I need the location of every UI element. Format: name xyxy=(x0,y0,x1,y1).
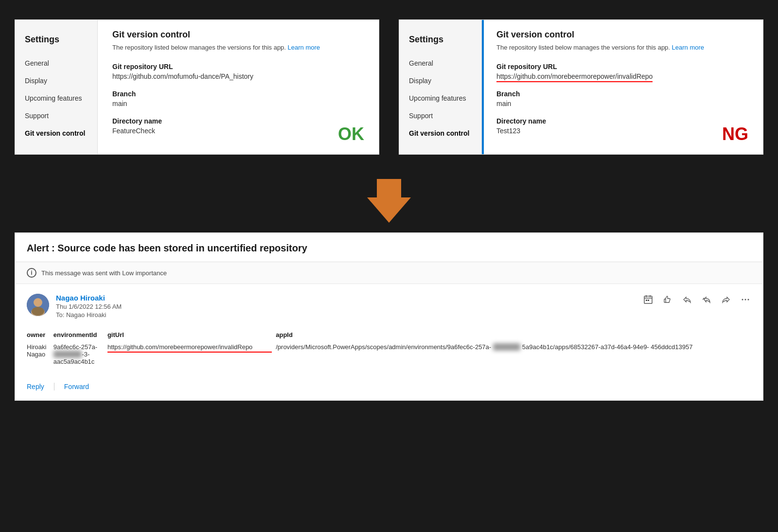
right-field-value-0: https://github.com/morebeermorepower/inv… xyxy=(496,72,748,80)
arrow-section xyxy=(0,169,778,232)
right-field-label-1: Branch xyxy=(496,90,748,98)
col-git-url: gitUrl xyxy=(107,328,276,341)
left-panel-content: Git version control The repository liste… xyxy=(98,20,379,154)
right-field-label-2: Directory name xyxy=(496,117,748,125)
sidebar-item-support-right[interactable]: Support xyxy=(399,107,481,124)
left-field-value-2: FeatureCheck xyxy=(112,127,364,135)
left-git-subtitle: The repository listed below manages the … xyxy=(112,44,364,51)
table-row: Hiroaki Nagao 9a6fec6c-257a- 4f99-b3d2-3… xyxy=(27,341,751,367)
svg-point-15 xyxy=(745,299,746,301)
col-owner: owner xyxy=(27,328,53,341)
left-learn-more-link[interactable]: Learn more xyxy=(288,44,320,51)
svg-rect-9 xyxy=(646,300,647,301)
sidebar-item-upcoming-left[interactable]: Upcoming features xyxy=(15,89,97,107)
left-field-label-2: Directory name xyxy=(112,117,364,125)
svg-point-3 xyxy=(34,299,42,306)
sender-date: Thu 1/6/2022 12:56 AM xyxy=(56,303,122,310)
right-panel-content: Git version control The repository liste… xyxy=(482,20,763,154)
left-field-label-1: Branch xyxy=(112,90,364,98)
importance-text: This message was sent with Low importanc… xyxy=(41,269,167,277)
email-section: Alert : Source code has been stored in u… xyxy=(15,232,763,401)
cell-owner: Hiroaki Nagao xyxy=(27,341,53,367)
email-subject: Alert : Source code has been stored in u… xyxy=(15,233,763,262)
svg-point-16 xyxy=(748,299,749,301)
footer-divider xyxy=(54,383,54,390)
left-git-title: Git version control xyxy=(112,30,364,40)
right-sidebar: Settings General Display Upcoming featur… xyxy=(399,20,482,154)
left-field-value-0: https://github.com/mofumofu-dance/PA_his… xyxy=(112,72,364,80)
svg-point-4 xyxy=(32,307,44,316)
ng-label: NG xyxy=(722,124,748,144)
sidebar-item-general-left[interactable]: General xyxy=(15,54,97,72)
sender-name: Nagao Hiroaki xyxy=(56,294,122,302)
sender-info: Nagao Hiroaki Thu 1/6/2022 12:56 AM To: … xyxy=(27,294,122,319)
invalid-url: https://github.com/morebeermorepower/inv… xyxy=(496,72,653,82)
left-sidebar: Settings General Display Upcoming featur… xyxy=(15,20,98,154)
sidebar-item-upcoming-right[interactable]: Upcoming features xyxy=(399,89,481,107)
sidebar-item-support-left[interactable]: Support xyxy=(15,107,97,124)
ok-label: OK xyxy=(338,124,364,144)
email-table: owner environmentId gitUrl appId Hiroaki… xyxy=(27,328,751,367)
left-sidebar-title: Settings xyxy=(15,30,97,54)
email-footer: Reply Forward xyxy=(27,377,751,390)
calendar-icon[interactable] xyxy=(642,294,654,305)
reply-link[interactable]: Reply xyxy=(27,383,44,390)
forward-icon[interactable] xyxy=(720,294,732,305)
right-sidebar-title: Settings xyxy=(399,30,481,54)
right-panel: Settings General Display Upcoming featur… xyxy=(399,19,763,155)
arrow-shaft xyxy=(377,179,401,197)
cell-env-id: 9a6fec6c-257a- 4f99-b3d2-3- aac5a9ac4b1c xyxy=(53,341,107,367)
svg-point-14 xyxy=(742,299,743,301)
cell-app-id: /providers/Microsoft.PowerApps/scopes/ad… xyxy=(276,341,751,367)
importance-icon: i xyxy=(27,268,36,278)
right-git-subtitle: The repository listed below manages the … xyxy=(496,44,748,51)
right-learn-more-link[interactable]: Learn more xyxy=(672,44,704,51)
email-header: Nagao Hiroaki Thu 1/6/2022 12:56 AM To: … xyxy=(27,294,751,319)
left-field-label-0: Git repository URL xyxy=(112,63,364,71)
sidebar-item-display-right[interactable]: Display xyxy=(399,72,481,89)
more-icon[interactable] xyxy=(740,294,751,305)
forward-link[interactable]: Forward xyxy=(64,383,89,390)
left-panel: Settings General Display Upcoming featur… xyxy=(15,19,379,155)
blue-divider xyxy=(482,20,484,154)
sidebar-item-general-right[interactable]: General xyxy=(399,54,481,72)
top-section: Settings General Display Upcoming featur… xyxy=(0,0,778,169)
left-field-value-1: main xyxy=(112,100,364,107)
sidebar-item-display-left[interactable]: Display xyxy=(15,72,97,89)
avatar xyxy=(27,294,49,316)
arrow-head xyxy=(367,197,411,223)
col-app-id: appId xyxy=(276,328,751,341)
right-git-title: Git version control xyxy=(496,30,748,40)
cell-git-url: https://github.com/morebeermorepower/inv… xyxy=(107,341,276,367)
svg-rect-10 xyxy=(648,300,649,301)
col-env-id: environmentId xyxy=(53,328,107,341)
email-body: Nagao Hiroaki Thu 1/6/2022 12:56 AM To: … xyxy=(15,284,763,400)
sidebar-item-git-right[interactable]: Git version control xyxy=(399,124,481,142)
reply-all-icon[interactable] xyxy=(701,294,712,305)
importance-bar: i This message was sent with Low importa… xyxy=(15,262,763,284)
sender-details: Nagao Hiroaki Thu 1/6/2022 12:56 AM To: … xyxy=(56,294,122,319)
like-icon[interactable] xyxy=(662,294,673,305)
reply-icon[interactable] xyxy=(681,294,693,305)
email-actions xyxy=(642,294,751,305)
right-field-value-2: Test123 xyxy=(496,127,748,135)
sidebar-item-git-left[interactable]: Git version control xyxy=(15,124,97,142)
right-field-label-0: Git repository URL xyxy=(496,63,748,71)
sender-to: To: Nagao Hiroaki xyxy=(56,311,122,319)
right-field-value-1: main xyxy=(496,100,748,107)
